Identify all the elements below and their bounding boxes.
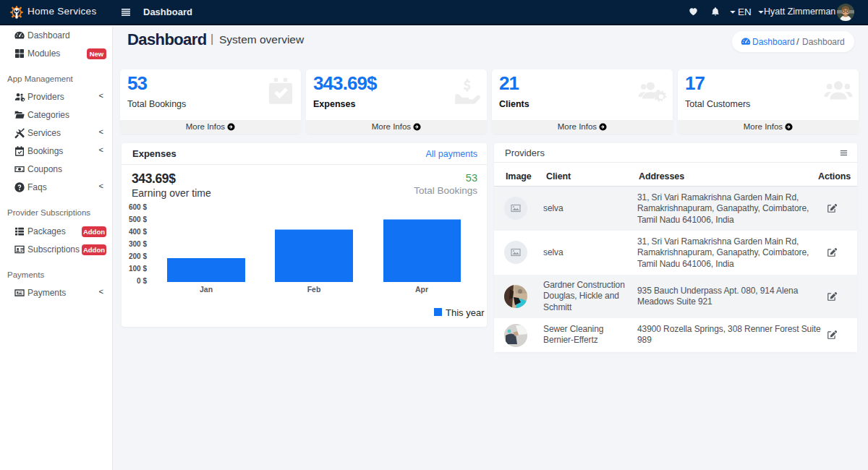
svg-text:Jan: Jan <box>200 285 213 294</box>
svg-text:0 $: 0 $ <box>137 277 147 285</box>
svg-text:200 $: 200 $ <box>129 252 147 260</box>
svg-text:Feb: Feb <box>307 285 321 294</box>
svg-text:500 $: 500 $ <box>129 215 147 223</box>
svg-text:600 $: 600 $ <box>129 203 147 211</box>
svg-text:300 $: 300 $ <box>129 240 147 248</box>
svg-text:100 $: 100 $ <box>129 265 147 273</box>
svg-text:Apr: Apr <box>415 285 428 294</box>
svg-text:400 $: 400 $ <box>129 228 147 236</box>
